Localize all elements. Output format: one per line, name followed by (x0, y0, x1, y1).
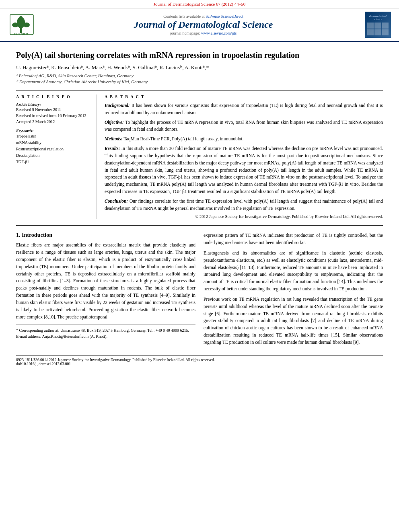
cover-cell (382, 29, 389, 35)
journal-reference: Journal of Dermatological Science 67 (20… (154, 2, 246, 6)
elsevier-logo: ELSEVIER (8, 14, 36, 36)
intro-para-col2-2: Elastogenesis and its abnormalities are … (204, 250, 383, 293)
abstract-background: Background: It has been shown for variou… (105, 102, 383, 117)
article-history: Article history: Received 9 November 201… (16, 102, 90, 125)
keyword-3: Posttranscriptional regulation (16, 146, 90, 152)
keyword-5: TGF-β1 (16, 159, 90, 165)
keyword-4: Deadenylation (16, 152, 90, 159)
keyword-1: Tropoelastin (16, 133, 90, 140)
svg-text:ELSEVIER: ELSEVIER (14, 33, 28, 35)
introduction-section: 1. Introduction Elastic fibers are major… (16, 232, 383, 349)
svg-point-2 (12, 23, 19, 27)
received-date: Received 9 November 2011 (16, 107, 90, 113)
objective-text: To highlight the process of TE mRNA repr… (105, 120, 383, 132)
copyright-line: © 2012 Japanese Society for Investigativ… (105, 214, 383, 219)
abstract-methods: Methods: TaqMan Real-Time PCR, Poly(A) t… (105, 136, 383, 143)
article-keywords: Keywords: Tropoelastin mRNA stability Po… (16, 129, 90, 165)
cover-cell (367, 23, 374, 29)
journal-center: Contents lists available at SciVerse Sci… (42, 14, 365, 35)
header-left: ELSEVIER (8, 14, 42, 36)
main-content: Poly(A) tail shortening correlates with … (0, 42, 399, 374)
results-text: In this study a more than 30-fold reduct… (105, 146, 383, 194)
section-heading-1: 1. Introduction (16, 232, 195, 238)
journal-header: ELSEVIER Contents lists available at Sci… (0, 8, 399, 42)
body-col-right: expression pattern of TE mRNA indicates … (204, 232, 383, 349)
body-col-left: 1. Introduction Elastic fibers are major… (16, 232, 195, 349)
results-label: Results: (105, 146, 120, 151)
footnote-email: E-mail address: Anja.Knott@Beiersdorf.co… (16, 333, 195, 339)
affiliation-b: ᵇ Department of Anatomy, Christian Albre… (16, 79, 383, 84)
objective-label: Objective: (105, 120, 124, 125)
abstract-heading: A B S T R A C T (105, 94, 383, 99)
authors-text: U. Hagmeisterᵃ, K. Reuschleinᵃ, A. Märzᵃ… (16, 64, 209, 70)
abstract-objective: Objective: To highlight the process of T… (105, 119, 383, 134)
svg-point-3 (23, 23, 30, 27)
footnote-corresponding: * Corresponding author at: Unnastrasse 4… (16, 327, 195, 333)
cover-cell (382, 23, 389, 29)
abstract-column: A B S T R A C T Background: It has been … (105, 94, 383, 219)
journal-title: Journal of Dermatological Science (42, 19, 365, 30)
article-info-heading: A R T I C L E I N F O (16, 94, 90, 99)
conclusion-label: Conclusion: (105, 199, 128, 203)
article-info-column: A R T I C L E I N F O Article history: R… (16, 94, 97, 219)
conclusion-text: Our findings correlate for the first tim… (105, 199, 383, 211)
intro-para-col2-3: Previous work on TE mRNA regulation in r… (204, 296, 383, 346)
affiliations: ᵃ Beiersdorf AG, R&D, Skin Research Cent… (16, 73, 383, 84)
affiliation-a: ᵃ Beiersdorf AG, R&D, Skin Research Cent… (16, 73, 383, 78)
intro-para-col2-1: expression pattern of TE mRNA indicates … (204, 232, 383, 246)
footnotes: * Corresponding author at: Unnastrasse 4… (16, 325, 195, 339)
authors: U. Hagmeisterᵃ, K. Reuschleinᵃ, A. Märzᵃ… (16, 64, 383, 71)
abstract-results: Results: In this study a more than 30-fo… (105, 145, 383, 195)
keywords-label: Keywords: (16, 129, 90, 133)
background-label: Background: (105, 103, 130, 108)
cover-cell (374, 23, 381, 29)
article-meta-section: A R T I C L E I N F O Article history: R… (16, 90, 383, 219)
footer-doi: doi:10.1016/j.jdermsci.2012.03.001 (16, 362, 383, 366)
footer-issn: 0923-1811/$36.00 © 2012 Japanese Society… (16, 358, 383, 362)
sciverse-line: Contents lists available at SciVerse Sci… (42, 14, 365, 18)
abstract-conclusion: Conclusion: Our findings correlate for t… (105, 198, 383, 212)
keyword-2: mRNA stability (16, 140, 90, 146)
top-journal-bar: Journal of Dermatological Science 67 (20… (0, 0, 399, 8)
sciverse-link[interactable]: SciVerse ScienceDirect (206, 14, 243, 18)
bottom-footer: 0923-1811/$36.00 © 2012 Japanese Society… (16, 355, 383, 366)
svg-point-4 (19, 16, 23, 19)
methods-label: Methods: (105, 136, 123, 141)
keywords-list: Tropoelastin mRNA stability Posttranscri… (16, 133, 90, 165)
accepted-date: Accepted 2 March 2012 (16, 119, 90, 125)
methods-text: TaqMan Real-Time PCR, Poly(A) tail lengt… (123, 136, 244, 141)
journal-homepage: journal homepage: www.elsevier.com/jds (42, 31, 365, 35)
cover-cell (374, 29, 381, 35)
section-divider (16, 225, 383, 226)
history-label: Article history: (16, 102, 90, 107)
cover-cell (367, 29, 374, 35)
revised-date: Received in revised form 16 February 201… (16, 113, 90, 119)
article-title: Poly(A) tail shortening correlates with … (16, 50, 383, 60)
background-text: It has been shown for various organisms … (105, 103, 383, 115)
intro-para-1: Elastic fibers are major assemblies of t… (16, 242, 195, 320)
journal-cover: dermatologicalscience (365, 12, 391, 38)
